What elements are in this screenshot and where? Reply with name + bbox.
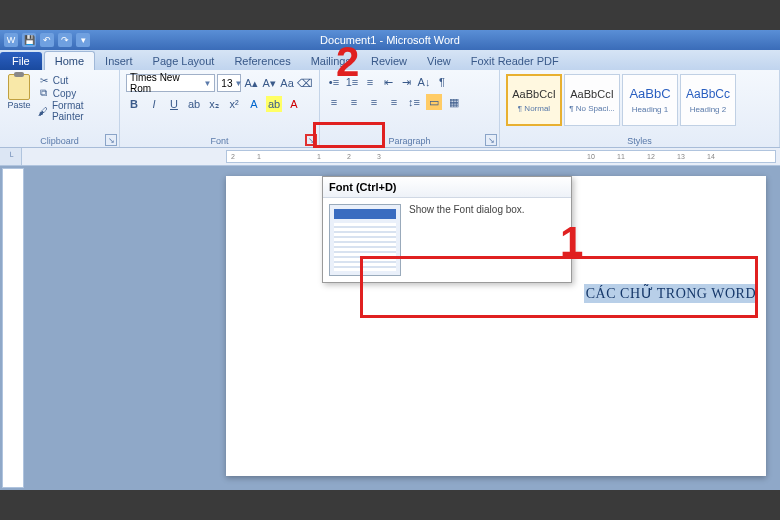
clipboard-group-label: Clipboard [0,136,119,146]
redo-icon[interactable]: ↷ [58,33,72,47]
align-left-button[interactable]: ≡ [326,94,342,110]
undo-icon[interactable]: ↶ [40,33,54,47]
save-icon[interactable]: 💾 [22,33,36,47]
clipboard-group: Paste ✂Cut ⧉Copy 🖌Format Painter Clipboa… [0,70,120,147]
file-tab[interactable]: File [0,52,42,70]
quick-access-toolbar: W 💾 ↶ ↷ ▾ [0,33,94,47]
copy-button[interactable]: ⧉Copy [36,87,115,99]
page[interactable]: Font (Ctrl+D) Show the Font dialog box. … [226,176,766,476]
format-painter-button[interactable]: 🖌Format Painter [36,100,115,122]
clear-formatting-button[interactable]: ⌫ [297,75,313,91]
qat-more-icon[interactable]: ▾ [76,33,90,47]
selected-document-text[interactable]: CÁC CHỮ TRONG WORD [584,284,758,303]
font-group-label: Font [120,136,319,146]
style-gallery: AaBbCcI¶ Normal AaBbCcI¶ No Spaci... AaB… [504,72,738,145]
tab-page-layout[interactable]: Page Layout [143,52,225,70]
tooltip-title: Font (Ctrl+D) [323,177,571,198]
increase-indent-button[interactable]: ⇥ [398,74,414,90]
strikethrough-button[interactable]: ab [186,96,202,112]
chevron-down-icon: ▼ [203,79,211,88]
horizontal-ruler[interactable]: 2 1 1 2 3 10 11 12 13 14 [226,150,776,163]
style-heading-2[interactable]: AaBbCcHeading 2 [680,74,736,126]
text-effects-button[interactable]: A [246,96,262,112]
ruler-bar: └ 2 1 1 2 3 10 11 12 13 14 [0,148,780,166]
cut-button[interactable]: ✂Cut [36,74,115,86]
window-title: Document1 - Microsoft Word [320,34,460,46]
tab-foxit[interactable]: Foxit Reader PDF [461,52,569,70]
decrease-indent-button[interactable]: ⇤ [380,74,396,90]
document-canvas[interactable]: Font (Ctrl+D) Show the Font dialog box. … [26,166,780,490]
numbering-button[interactable]: 1≡ [344,74,360,90]
highlight-button[interactable]: ab [266,96,282,112]
paragraph-launcher[interactable]: ↘ [485,134,497,146]
subscript-button[interactable]: x₂ [206,96,222,112]
multilevel-list-button[interactable]: ≡ [362,74,378,90]
superscript-button[interactable]: x² [226,96,242,112]
show-marks-button[interactable]: ¶ [434,74,450,90]
brush-icon: 🖌 [38,105,49,117]
style-no-spacing[interactable]: AaBbCcI¶ No Spaci... [564,74,620,126]
vertical-ruler[interactable] [2,168,24,488]
paste-icon [8,74,30,100]
paragraph-group: •≡ 1≡ ≡ ⇤ ⇥ A↓ ¶ ≡ ≡ ≡ ≡ ↕≡ ▭ ▦ [320,70,500,147]
font-name-combo[interactable]: Times New Rom▼ [126,74,215,92]
styles-group-label: Styles [500,136,779,146]
word-icon[interactable]: W [4,33,18,47]
font-size-combo[interactable]: 13▼ [217,74,241,92]
bold-button[interactable]: B [126,96,142,112]
tab-mailings[interactable]: Mailings [301,52,361,70]
line-spacing-button[interactable]: ↕≡ [406,94,422,110]
tooltip-thumbnail [329,204,401,276]
ruler-corner[interactable]: └ [0,148,22,165]
chevron-down-icon: ▼ [234,79,242,88]
bullets-button[interactable]: •≡ [326,74,342,90]
paste-label: Paste [7,100,30,110]
tab-insert[interactable]: Insert [95,52,143,70]
change-case-button[interactable]: Aa [279,75,295,91]
styles-group: AaBbCcI¶ Normal AaBbCcI¶ No Spaci... AaB… [500,70,780,147]
align-center-button[interactable]: ≡ [346,94,362,110]
justify-button[interactable]: ≡ [386,94,402,110]
tab-home[interactable]: Home [44,51,95,70]
shading-button[interactable]: ▭ [426,94,442,110]
paste-button[interactable]: Paste [4,72,34,145]
ribbon-tabs: File Home Insert Page Layout References … [0,50,780,70]
font-color-button[interactable]: A [286,96,302,112]
paragraph-group-label: Paragraph [320,136,499,146]
ribbon: Paste ✂Cut ⧉Copy 🖌Format Painter Clipboa… [0,70,780,148]
tab-view[interactable]: View [417,52,461,70]
tab-review[interactable]: Review [361,52,417,70]
grow-font-button[interactable]: A▴ [243,75,259,91]
italic-button[interactable]: I [146,96,162,112]
font-group: Times New Rom▼ 13▼ A▴ A▾ Aa ⌫ B I U ab x… [120,70,320,147]
style-heading-1[interactable]: AaBbCHeading 1 [622,74,678,126]
align-right-button[interactable]: ≡ [366,94,382,110]
tab-references[interactable]: References [224,52,300,70]
tooltip-text: Show the Font dialog box. [409,204,525,276]
clipboard-launcher[interactable]: ↘ [105,134,117,146]
font-dialog-launcher[interactable]: ↘ [305,134,317,146]
word-window: W 💾 ↶ ↷ ▾ Document1 - Microsoft Word Fil… [0,30,780,490]
document-area: Font (Ctrl+D) Show the Font dialog box. … [0,166,780,490]
scissors-icon: ✂ [38,74,50,86]
font-launcher-tooltip: Font (Ctrl+D) Show the Font dialog box. [322,176,572,283]
title-bar: W 💾 ↶ ↷ ▾ Document1 - Microsoft Word [0,30,780,50]
style-normal[interactable]: AaBbCcI¶ Normal [506,74,562,126]
borders-button[interactable]: ▦ [446,94,462,110]
underline-button[interactable]: U [166,96,182,112]
shrink-font-button[interactable]: A▾ [261,75,277,91]
sort-button[interactable]: A↓ [416,74,432,90]
copy-icon: ⧉ [38,87,50,99]
